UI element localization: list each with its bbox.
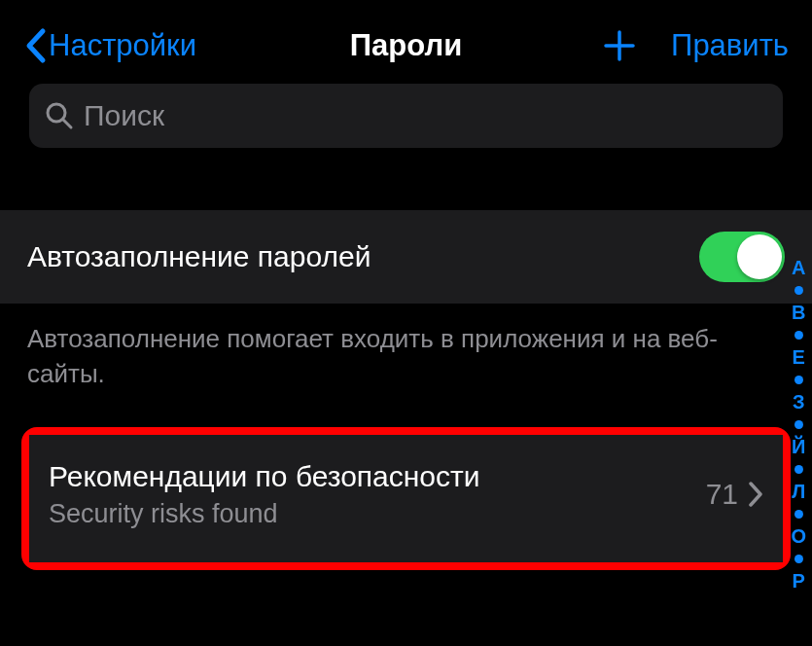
back-label: Настройки [49,28,196,63]
autofill-toggle[interactable] [699,232,785,282]
index-dot-icon [794,331,803,340]
index-item[interactable]: А [792,257,805,279]
index-item[interactable]: В [792,302,805,324]
edit-button[interactable]: Править [671,28,789,63]
security-recommendations-cell[interactable]: Рекомендации по безопасности Security ri… [29,435,783,562]
spacer [0,163,812,210]
chevron-left-icon [23,27,47,64]
highlighted-annotation: Рекомендации по безопасности Security ri… [21,427,791,570]
index-item[interactable]: Л [792,481,805,503]
index-dot-icon [794,555,803,563]
nav-actions: Править [603,28,789,63]
security-subtitle: Security risks found [49,499,480,529]
autofill-passwords-cell: Автозаполнение паролей [0,210,812,304]
add-button[interactable] [603,29,636,62]
chevron-right-icon [748,481,763,508]
security-text-group: Рекомендации по безопасности Security ri… [49,460,480,529]
autofill-label: Автозаполнение паролей [27,240,371,273]
toggle-knob [737,234,782,279]
section-index-bar[interactable]: А В Е З Й Л О Р [791,257,806,592]
index-dot-icon [794,420,803,429]
index-item[interactable]: Й [792,436,805,458]
security-count: 71 [706,478,738,511]
security-title: Рекомендации по безопасности [49,460,480,493]
index-dot-icon [794,510,803,519]
search-wrapper [0,84,812,163]
index-item[interactable]: З [793,391,805,413]
autofill-footer: Автозаполнение помогает входить в прилож… [0,304,812,417]
index-item[interactable]: Е [793,346,805,369]
search-bar[interactable] [29,84,783,148]
security-accessory: 71 [706,478,763,511]
index-dot-icon [794,465,803,474]
index-item[interactable]: О [791,525,806,548]
index-dot-icon [794,286,803,295]
back-button[interactable]: Настройки [23,27,196,64]
page-title: Пароли [350,28,462,63]
index-dot-icon [794,376,803,384]
search-input[interactable] [84,99,767,132]
navigation-bar: Настройки Пароли Править [0,0,812,84]
search-icon [45,101,74,130]
index-item[interactable]: Р [793,570,805,592]
